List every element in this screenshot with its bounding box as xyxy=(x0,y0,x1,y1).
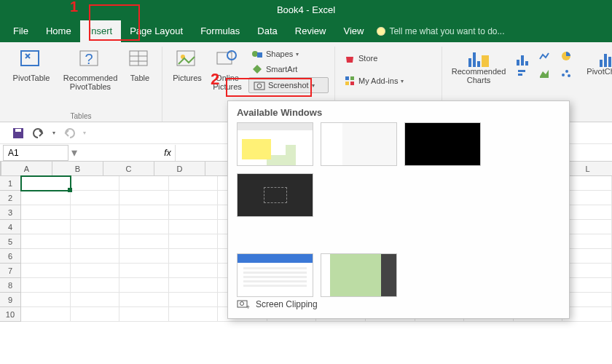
screen-clipping-button[interactable]: + Screen Clipping xyxy=(237,298,318,311)
cell-L3[interactable] xyxy=(562,205,612,220)
recommended-pivottables-button[interactable]: ? Recommended PivotTables xyxy=(58,47,122,92)
shapes-button[interactable]: Shapes▾ xyxy=(248,47,329,61)
cell-A8[interactable] xyxy=(21,278,71,293)
row-head-3[interactable]: 3 xyxy=(0,205,21,220)
cell-D5[interactable] xyxy=(169,234,219,249)
undo-dropdown-icon[interactable]: ▾ xyxy=(52,130,55,136)
tell-me[interactable]: Tell me what you want to do... xyxy=(377,26,504,36)
save-icon[interactable] xyxy=(12,127,25,140)
cell-B5[interactable] xyxy=(71,234,120,249)
name-box-dropdown-icon[interactable]: ▾ xyxy=(68,146,80,159)
cell-B8[interactable] xyxy=(71,278,120,293)
cell-D4[interactable] xyxy=(169,220,219,234)
cell-D6[interactable] xyxy=(169,249,219,264)
cell-C6[interactable] xyxy=(119,249,169,264)
row-head-2[interactable]: 2 xyxy=(0,191,21,205)
row-head-8[interactable]: 8 xyxy=(0,278,21,293)
cell-A5[interactable] xyxy=(21,234,71,249)
col-head-L[interactable]: L xyxy=(562,162,612,176)
store-button[interactable]: Store xyxy=(341,51,436,66)
row-head-1[interactable]: 1 xyxy=(0,176,21,191)
cell-D1[interactable] xyxy=(169,176,219,191)
cell-D2[interactable] xyxy=(169,191,219,205)
cell-D3[interactable] xyxy=(169,205,219,220)
cell-A2[interactable] xyxy=(21,191,71,205)
window-thumb[interactable] xyxy=(404,122,481,166)
chart-line-button[interactable] xyxy=(536,48,556,64)
cell-C1[interactable] xyxy=(119,176,169,191)
cell-L6[interactable] xyxy=(562,249,612,264)
tab-file[interactable]: File xyxy=(4,20,37,42)
table-button[interactable]: Table xyxy=(124,47,156,92)
cell-C3[interactable] xyxy=(119,205,169,220)
col-head-D[interactable]: D xyxy=(154,162,205,176)
cell-B2[interactable] xyxy=(71,191,120,205)
fx-icon[interactable]: fx xyxy=(160,148,175,158)
screenshot-button[interactable]: Screenshot▾ xyxy=(248,77,329,93)
cell-B9[interactable] xyxy=(71,293,120,307)
pictures-button[interactable]: Pictures xyxy=(168,47,206,93)
cell-C10[interactable] xyxy=(119,307,169,322)
window-thumb[interactable] xyxy=(321,122,397,166)
cell-C4[interactable] xyxy=(119,220,169,234)
name-box[interactable]: A1 xyxy=(3,145,68,161)
redo-icon[interactable] xyxy=(63,127,76,140)
row-head-4[interactable]: 4 xyxy=(0,220,21,234)
online-pictures-button[interactable]: Online Pictures xyxy=(208,47,247,93)
row-head-6[interactable]: 6 xyxy=(0,249,21,264)
cell-L7[interactable] xyxy=(562,264,612,278)
tab-insert[interactable]: Insert xyxy=(80,20,122,42)
cell-L5[interactable] xyxy=(562,234,612,249)
cell-A9[interactable] xyxy=(21,293,71,307)
cell-L8[interactable] xyxy=(562,278,612,293)
row-head-9[interactable]: 9 xyxy=(0,293,21,307)
cell-L4[interactable] xyxy=(562,220,612,234)
pivotchart-button[interactable]: PivotChart xyxy=(582,47,612,86)
row-head-5[interactable]: 5 xyxy=(0,234,21,249)
cell-D7[interactable] xyxy=(169,264,219,278)
cell-L10[interactable] xyxy=(562,307,612,322)
cell-L1[interactable] xyxy=(562,176,612,191)
window-thumb[interactable] xyxy=(321,253,397,297)
row-head-7[interactable]: 7 xyxy=(0,264,21,278)
recommended-charts-button[interactable]: Recommended Charts xyxy=(448,47,509,86)
cell-B10[interactable] xyxy=(71,307,120,322)
cell-A6[interactable] xyxy=(21,249,71,264)
cell-L9[interactable] xyxy=(562,293,612,307)
pivottable-button[interactable]: PivotTable xyxy=(6,47,57,92)
cell-A1[interactable] xyxy=(21,176,71,191)
col-head-C[interactable]: C xyxy=(103,162,154,176)
cell-C8[interactable] xyxy=(119,278,169,293)
cell-C2[interactable] xyxy=(119,191,169,205)
tab-page-layout[interactable]: Page Layout xyxy=(121,20,192,42)
cell-L2[interactable] xyxy=(562,191,612,205)
cell-A3[interactable] xyxy=(21,205,71,220)
chart-area-button[interactable] xyxy=(536,66,556,82)
tab-data[interactable]: Data xyxy=(248,20,286,42)
col-head-B[interactable]: B xyxy=(52,162,103,176)
tab-formulas[interactable]: Formulas xyxy=(192,20,248,42)
cell-C5[interactable] xyxy=(119,234,169,249)
tab-home[interactable]: Home xyxy=(37,20,80,42)
cell-B7[interactable] xyxy=(71,264,120,278)
tab-view[interactable]: View xyxy=(334,20,372,42)
cell-B6[interactable] xyxy=(71,249,120,264)
window-thumb[interactable] xyxy=(237,253,313,297)
chart-scatter-button[interactable] xyxy=(557,66,578,82)
cell-D8[interactable] xyxy=(169,278,219,293)
cell-B3[interactable] xyxy=(71,205,120,220)
myaddins-button[interactable]: My Add-ins▾ xyxy=(341,74,436,88)
cell-B1[interactable] xyxy=(71,176,120,191)
window-thumb[interactable] xyxy=(237,173,313,217)
cell-A7[interactable] xyxy=(21,264,71,278)
cell-D9[interactable] xyxy=(169,293,219,307)
cell-C7[interactable] xyxy=(119,264,169,278)
undo-icon[interactable] xyxy=(32,127,45,140)
chart-bar-button[interactable] xyxy=(514,48,534,64)
cell-D10[interactable] xyxy=(169,307,219,322)
redo-dropdown-icon[interactable]: ▾ xyxy=(83,130,86,136)
cell-A10[interactable] xyxy=(21,307,71,322)
cell-A4[interactable] xyxy=(21,220,71,234)
cell-B4[interactable] xyxy=(71,220,120,234)
chart-hbar-button[interactable] xyxy=(514,66,534,82)
